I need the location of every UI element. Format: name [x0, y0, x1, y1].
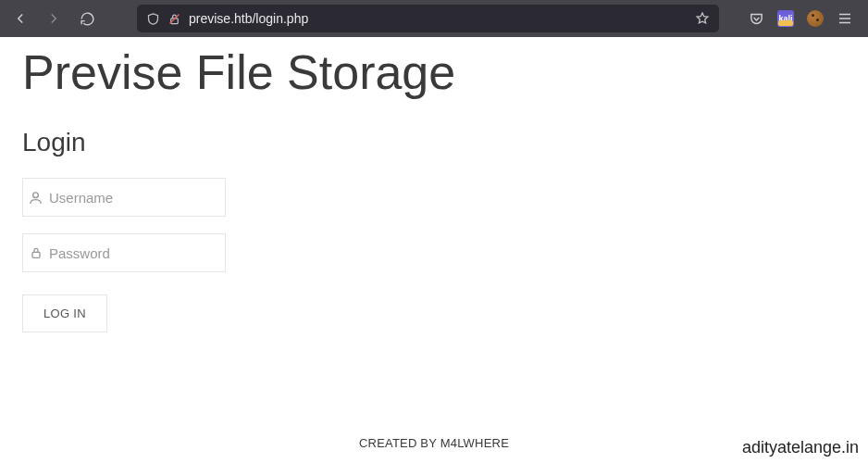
- kali-extension-label: kali: [778, 14, 792, 24]
- page-title: Previse File Storage: [22, 44, 846, 100]
- insecure-lock-icon[interactable]: [167, 12, 181, 26]
- svg-rect-3: [32, 252, 40, 257]
- watermark: adityatelange.in: [742, 438, 859, 457]
- pocket-icon[interactable]: [749, 11, 764, 27]
- back-button[interactable]: [9, 7, 31, 30]
- cookie-extension-icon[interactable]: [807, 10, 824, 27]
- kali-extension-icon[interactable]: kali: [777, 10, 794, 27]
- user-icon: [23, 190, 49, 206]
- bookmark-star-icon[interactable]: [695, 11, 710, 26]
- browser-toolbar: previse.htb/login.php kali: [0, 0, 868, 37]
- login-button[interactable]: LOG IN: [22, 294, 107, 332]
- address-bar[interactable]: previse.htb/login.php: [137, 5, 719, 32]
- login-heading: Login: [22, 128, 846, 157]
- password-field-group: [22, 233, 226, 272]
- svg-point-2: [33, 192, 39, 197]
- lock-icon: [23, 245, 49, 260]
- password-input[interactable]: [49, 234, 225, 271]
- menu-icon[interactable]: [837, 10, 853, 27]
- shield-icon[interactable]: [146, 12, 160, 26]
- footer-credit: CREATED BY M4LWHERE: [0, 436, 868, 450]
- toolbar-right: kali: [749, 10, 859, 27]
- username-input[interactable]: [49, 179, 225, 216]
- url-text: previse.htb/login.php: [189, 11, 688, 26]
- page-content: Previse File Storage Login LOG IN CREATE…: [0, 37, 868, 463]
- forward-button[interactable]: [43, 7, 65, 30]
- reload-button[interactable]: [76, 7, 98, 30]
- username-field-group: [22, 178, 226, 217]
